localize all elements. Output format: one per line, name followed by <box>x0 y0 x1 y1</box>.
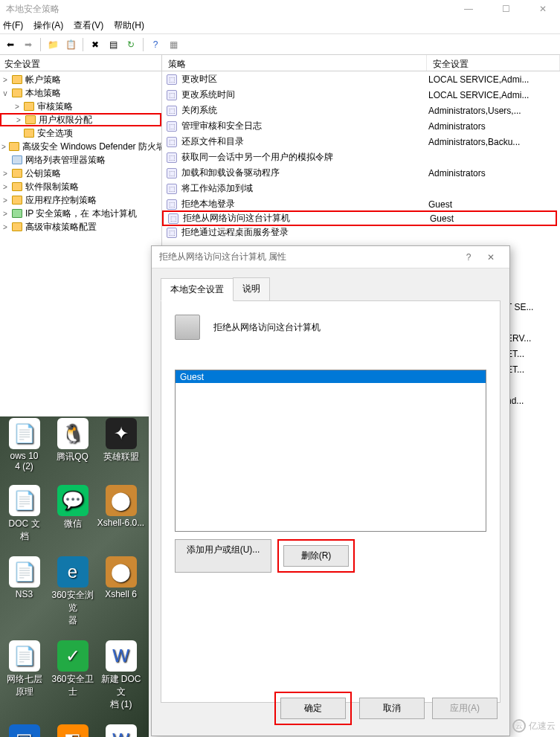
dialog-titlebar[interactable]: 拒绝从网络访问这台计算机 属性 ? ✕ <box>152 246 509 268</box>
tree-node-label: 审核策略 <box>37 100 73 113</box>
desktop-icon[interactable]: ⬤Xshell 6 <box>97 556 145 627</box>
tree-node[interactable]: >高级安全 Windows Defender 防火墙 <box>0 140 161 153</box>
cancel-button[interactable]: 取消 <box>359 698 425 719</box>
folder-up-icon[interactable]: 📁 <box>45 37 60 52</box>
desktop-icon[interactable]: W新建 DOC 文 档 (1) <box>97 640 145 711</box>
tree-node[interactable]: >用户权限分配 <box>0 113 161 126</box>
tree-panel: 安全设置 >帐户策略v本地策略>审核策略>用户权限分配安全选项>高级安全 Win… <box>0 55 162 416</box>
desktop-icon[interactable]: 🐧腾讯QQ <box>48 418 97 472</box>
desktop-icon[interactable]: ⬤Xshell-6.0... <box>97 485 145 543</box>
desktop-icon[interactable]: ✓360安全卫士 <box>48 640 97 711</box>
tree-node[interactable]: >IP 安全策略，在 本地计算机 <box>0 207 161 220</box>
col-policy[interactable]: 策略 <box>162 55 427 71</box>
menu-view[interactable]: 查看(V) <box>74 19 103 32</box>
policy-icon: ⬚ <box>167 121 177 132</box>
desktop-icon[interactable]: 📄DOC 文 档 <box>0 485 48 543</box>
ok-highlight: 确定 <box>274 692 352 725</box>
list-overflow-fragment: ET... <box>506 347 559 362</box>
policy-row[interactable]: ⬚更改时区LOCAL SERVICE,Admi... <box>162 71 560 87</box>
desktop-icon[interactable]: ✦英雄联盟 <box>97 418 145 472</box>
policy-row[interactable]: ⬚获取同一会话中另一个用户的模拟令牌 <box>162 149 560 165</box>
policy-icon: ⬚ <box>167 90 177 100</box>
desktop-icon[interactable]: W新建 DOCX 文档 <box>97 724 145 737</box>
ok-button[interactable]: 确定 <box>280 698 346 719</box>
desktop-icon[interactable]: 📄ows 10 4 (2) <box>0 418 48 472</box>
tree: >帐户策略v本地策略>审核策略>用户权限分配安全选项>高级安全 Windows … <box>0 71 161 235</box>
close-button[interactable]: ✕ <box>532 4 554 14</box>
remove-button[interactable]: 删除(R) <box>283 545 349 567</box>
user-list[interactable]: Guest <box>175 370 486 532</box>
window-title: 本地安全策略 <box>6 3 457 16</box>
menu-action[interactable]: 操作(A) <box>33 19 63 32</box>
policy-row[interactable]: ⬚拒绝本地登录Guest <box>162 196 560 212</box>
tree-toggle-icon[interactable]: > <box>1 210 9 218</box>
properties-icon[interactable]: ▤ <box>106 37 120 52</box>
menu-file[interactable]: 件(F) <box>3 19 23 32</box>
col-setting[interactable]: 安全设置 <box>427 55 560 71</box>
tree-node[interactable]: v本地策略 <box>0 86 161 100</box>
tab-explain[interactable]: 说明 <box>233 277 270 300</box>
desktop-app-icon: ⬤ <box>106 485 137 516</box>
policy-row[interactable]: ⬚加载和卸载设备驱动程序Administrators <box>162 165 560 181</box>
policy-row[interactable]: ⬚更改系统时间LOCAL SERVICE,Admi... <box>162 87 560 103</box>
maximize-button[interactable]: ☐ <box>495 4 517 14</box>
properties-dialog: 拒绝从网络访问这台计算机 属性 ? ✕ 本地安全设置 说明 拒绝从网络访问这台计… <box>151 245 510 736</box>
tree-toggle-icon[interactable]: > <box>15 116 22 124</box>
policy-row[interactable]: ⬚管理审核和安全日志Administrators <box>162 118 560 134</box>
policy-value: LOCAL SERVICE,Admi... <box>427 90 560 100</box>
remove-highlight: 删除(R) <box>277 539 355 573</box>
desktop-icon[interactable]: ◧360软件管家 <box>48 724 97 737</box>
tree-toggle-icon[interactable]: > <box>1 183 9 191</box>
tree-toggle-icon[interactable]: > <box>1 143 6 151</box>
tree-node[interactable]: >公钥策略 <box>0 167 161 180</box>
tree-toggle-icon[interactable]: > <box>13 103 21 111</box>
desktop-icon[interactable]: 📄NS3 <box>0 556 48 627</box>
back-icon[interactable]: ⬅ <box>3 37 18 52</box>
tree-header[interactable]: 安全设置 <box>0 55 161 71</box>
policy-row[interactable]: ⬚还原文件和目录Administrators,Backu... <box>162 134 560 149</box>
forward-icon[interactable]: ➡ <box>21 37 36 52</box>
folder-icon <box>12 209 22 218</box>
desktop-icon[interactable]: 💬微信 <box>48 485 97 543</box>
dialog-tab-content: 拒绝从网络访问这台计算机 Guest 添加用户或组(U)... 删除(R) <box>161 301 501 703</box>
dialog-close-button[interactable]: ✕ <box>480 252 502 263</box>
menu-help[interactable]: 帮助(H) <box>114 19 144 32</box>
desktop-icon[interactable]: ▣D压缩 <box>0 724 48 737</box>
refresh-icon[interactable]: ↻ <box>123 37 138 52</box>
extra-icon[interactable]: ▦ <box>166 37 181 52</box>
desktop-app-icon: 🐧 <box>57 418 88 449</box>
tree-node[interactable]: >审核策略 <box>0 100 161 113</box>
dialog-help-button[interactable]: ? <box>457 252 480 263</box>
desktop-icon[interactable]: 📄网络七层 原理 <box>0 640 48 711</box>
export-list-icon[interactable]: 📋 <box>63 37 78 52</box>
policy-name: 拒绝通过远程桌面服务登录 <box>181 226 289 239</box>
policy-row[interactable]: ⬚拒绝通过远程桌面服务登录 <box>162 225 560 240</box>
policy-row[interactable]: ⬚拒绝从网络访问这台计算机Guest <box>162 210 557 226</box>
desktop-app-icon: W <box>106 724 137 737</box>
tree-node[interactable]: >软件限制策略 <box>0 180 161 193</box>
minimize-button[interactable]: — <box>457 4 480 14</box>
tree-toggle-icon[interactable]: > <box>1 170 9 178</box>
desktop-app-icon: ◧ <box>57 724 88 737</box>
policy-list: ⬚更改时区LOCAL SERVICE,Admi...⬚更改系统时间LOCAL S… <box>162 71 560 240</box>
tree-toggle-icon[interactable]: > <box>1 196 9 205</box>
tree-toggle-icon[interactable]: v <box>1 89 9 97</box>
tab-local-security[interactable]: 本地安全设置 <box>161 278 234 301</box>
tree-node[interactable]: 安全选项 <box>0 126 161 140</box>
folder-icon <box>12 155 22 164</box>
desktop-icon[interactable]: e360安全浏览 器 <box>48 556 97 627</box>
tree-toggle-icon[interactable]: > <box>1 76 9 84</box>
add-user-button[interactable]: 添加用户或组(U)... <box>175 539 271 573</box>
tree-node[interactable]: >应用程序控制策略 <box>0 193 161 207</box>
tree-node[interactable]: >高级审核策略配置 <box>0 220 161 234</box>
help-icon[interactable]: ? <box>148 37 163 52</box>
menubar: 件(F) 操作(A) 查看(V) 帮助(H) <box>0 18 560 34</box>
tree-node[interactable]: >帐户策略 <box>0 73 161 86</box>
tree-toggle-icon[interactable]: > <box>1 223 9 231</box>
desktop-icon-label: Xshell-6.0... <box>97 518 144 528</box>
policy-row[interactable]: ⬚将工作站添加到域 <box>162 181 560 196</box>
policy-row[interactable]: ⬚关闭系统Administrators,Users,... <box>162 103 560 118</box>
user-item-guest[interactable]: Guest <box>176 370 486 383</box>
tree-node[interactable]: 网络列表管理器策略 <box>0 153 161 167</box>
delete-icon[interactable]: ✖ <box>88 37 103 52</box>
